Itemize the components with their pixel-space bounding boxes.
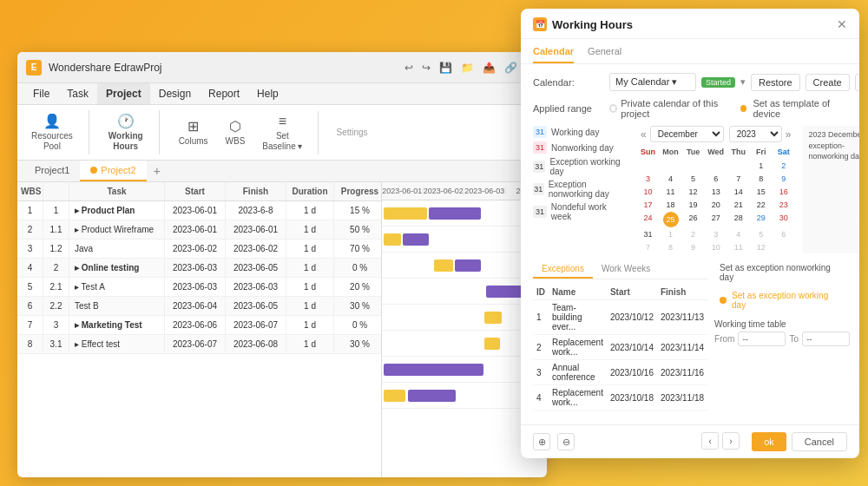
cal-day-26[interactable]: 26 bbox=[682, 212, 704, 227]
cal-day-14[interactable]: 14 bbox=[727, 186, 749, 198]
close-button[interactable]: ✕ bbox=[837, 17, 847, 31]
tab-project1[interactable]: Project1 bbox=[24, 161, 80, 181]
from-time-input[interactable] bbox=[738, 332, 786, 346]
to-time-input[interactable] bbox=[802, 332, 850, 346]
cal-day-31[interactable]: 31 bbox=[637, 228, 659, 240]
app-window: E Wondershare EdrawProj ↩ ↪ 💾 📁 📤 🔗 ⋯ Fi… bbox=[17, 52, 547, 477]
resources-pool-btn[interactable]: 👤 ResourcesPool bbox=[26, 110, 78, 154]
wbs-btn[interactable]: ⬡ WBS bbox=[220, 115, 251, 149]
set-baseline-btn[interactable]: ≡ SetBaseline ▾ bbox=[257, 111, 307, 154]
folder-icon[interactable]: 📁 bbox=[459, 60, 476, 76]
bar-6-yellow bbox=[484, 338, 500, 350]
menu-help[interactable]: Help bbox=[248, 83, 287, 104]
calendar-grid-section: 31 Working day 31 Nonworking day 31 Exce… bbox=[533, 126, 847, 253]
exceptions-tabs: Exceptions Work Weeks bbox=[533, 260, 707, 279]
cal-day-7[interactable]: 7 bbox=[727, 173, 749, 185]
exception-row-2[interactable]: 2 Replacement work... 2023/10/14 2023/11… bbox=[533, 335, 707, 360]
menu-project[interactable]: Project bbox=[97, 83, 150, 104]
cal-day-11[interactable]: 11 bbox=[660, 186, 681, 198]
cal-day-13[interactable]: 13 bbox=[705, 186, 727, 198]
add-row-icon[interactable]: ⊕ bbox=[533, 433, 550, 450]
applied-range-section: Applied range Private calendar of this p… bbox=[533, 98, 847, 119]
cal-month-year: December 2023 bbox=[650, 126, 782, 142]
next-page-icon[interactable]: › bbox=[722, 432, 740, 450]
menu-report[interactable]: Report bbox=[200, 83, 248, 104]
cal-day-1[interactable]: 1 bbox=[750, 160, 772, 172]
dialog-icon: 📅 bbox=[533, 17, 547, 31]
radio-set-template[interactable]: Set as template of device bbox=[740, 98, 847, 119]
year-select[interactable]: 2023 bbox=[729, 126, 782, 142]
cal-day-17[interactable]: 17 bbox=[637, 199, 659, 211]
save-icon[interactable]: 💾 bbox=[437, 60, 454, 76]
cal-day-4[interactable]: 4 bbox=[660, 173, 681, 185]
legend-nondeful-label: Nondeful work week bbox=[551, 202, 628, 221]
cal-day-24[interactable]: 24 bbox=[637, 212, 659, 227]
exception-row-3[interactable]: 3 Annual conference 2023/10/16 2023/11/1… bbox=[533, 360, 707, 385]
cal-day-16[interactable]: 16 bbox=[773, 186, 794, 198]
cal-day-12[interactable]: 12 bbox=[682, 186, 704, 198]
cal-day-15[interactable]: 15 bbox=[750, 186, 772, 198]
cal-day-28[interactable]: 28 bbox=[727, 212, 749, 227]
export-icon[interactable]: 📤 bbox=[481, 60, 497, 76]
cal-day-23[interactable]: 23 bbox=[773, 199, 794, 211]
add-tab-btn[interactable]: + bbox=[147, 161, 168, 181]
cal-day-27[interactable]: 27 bbox=[705, 212, 727, 227]
project-tabs: Project1 Project2 + bbox=[17, 161, 547, 182]
cal-day-6[interactable]: 6 bbox=[705, 173, 727, 185]
col-wbs: WBS bbox=[17, 182, 43, 200]
undo-icon[interactable]: ↩ bbox=[403, 60, 415, 76]
exceptions-tab[interactable]: Exceptions bbox=[533, 260, 593, 279]
cal-day-10[interactable]: 10 bbox=[637, 186, 659, 198]
radio-dot-private bbox=[609, 104, 617, 113]
cal-day-25-today[interactable]: 25 bbox=[663, 212, 679, 227]
cal-next-btn[interactable]: » bbox=[782, 128, 795, 141]
menu-task[interactable]: Task bbox=[58, 83, 97, 104]
wbs-label: WBS bbox=[226, 136, 246, 147]
remove-row-icon[interactable]: ⊖ bbox=[557, 433, 575, 450]
columns-btn[interactable]: ⊞ Colums bbox=[174, 115, 214, 149]
exception-row-1[interactable]: 1 Team-building ever... 2023/10/12 2023/… bbox=[533, 300, 707, 335]
working-hours-btn[interactable]: 🕐 WorkingHours bbox=[103, 110, 148, 154]
restore-button[interactable]: Restore bbox=[751, 74, 800, 91]
cal-day-3[interactable]: 3 bbox=[637, 173, 659, 185]
dialog-tab-general[interactable]: General bbox=[588, 46, 621, 63]
cal-day-29[interactable]: 29 bbox=[750, 212, 772, 227]
tab-project2[interactable]: Project2 bbox=[80, 161, 146, 181]
cal-day-18[interactable]: 18 bbox=[660, 199, 681, 211]
prev-page-icon[interactable]: ‹ bbox=[701, 432, 719, 450]
exception-row-4[interactable]: 4 Replacement work... 2023/10/18 2023/11… bbox=[533, 385, 707, 410]
redo-icon[interactable]: ↪ bbox=[420, 60, 432, 76]
work-weeks-tab[interactable]: Work Weeks bbox=[593, 260, 659, 279]
delete-button[interactable]: Delete bbox=[855, 74, 859, 91]
cal-day-2[interactable]: 2 bbox=[773, 160, 794, 172]
table-row: 11 ▸ Product Plan 2023-06-01 2023-6-8 1 … bbox=[17, 201, 381, 220]
cal-day-8[interactable]: 8 bbox=[750, 173, 772, 185]
calendar-dropdown[interactable]: My Calendar ▾ bbox=[609, 73, 696, 91]
menu-design[interactable]: Design bbox=[150, 83, 200, 104]
cal-day-9[interactable]: 9 bbox=[773, 173, 794, 185]
radio-private-calendar[interactable]: Private calendar of this project bbox=[609, 98, 733, 119]
dropdown-arrow: ▾ bbox=[740, 76, 746, 88]
date-col-1: 2023-06-01 bbox=[382, 187, 424, 195]
legend-exc-nonworking-label: Exception nonworking day bbox=[549, 180, 628, 199]
set-exception-working-btn[interactable]: Set as exception working day bbox=[714, 288, 850, 312]
set-exception-nonworking-btn[interactable]: Set as exception nonworking day bbox=[714, 260, 850, 285]
menu-file[interactable]: File bbox=[24, 83, 58, 104]
month-select[interactable]: December bbox=[650, 126, 724, 142]
cal-day-21[interactable]: 21 bbox=[727, 199, 749, 211]
orange-dot-icon bbox=[740, 105, 746, 112]
date-col-3: 2023-06-03 bbox=[464, 187, 506, 195]
cal-day-22[interactable]: 22 bbox=[750, 199, 772, 211]
toolbar-resources-section: 👤 ResourcesPool bbox=[26, 110, 89, 154]
cal-day-30[interactable]: 30 bbox=[773, 212, 794, 227]
share-icon[interactable]: 🔗 bbox=[503, 60, 519, 76]
columns-label: Colums bbox=[179, 136, 208, 147]
ok-button[interactable]: ok bbox=[752, 432, 786, 451]
cal-day-5[interactable]: 5 bbox=[682, 173, 704, 185]
create-button[interactable]: Create bbox=[806, 74, 850, 91]
cal-day-20[interactable]: 20 bbox=[705, 199, 727, 211]
cal-prev-btn[interactable]: « bbox=[637, 128, 650, 141]
cancel-button[interactable]: Cancel bbox=[792, 432, 847, 451]
cal-day-19[interactable]: 19 bbox=[682, 199, 704, 211]
dialog-tab-calendar[interactable]: Calendar bbox=[533, 46, 574, 63]
